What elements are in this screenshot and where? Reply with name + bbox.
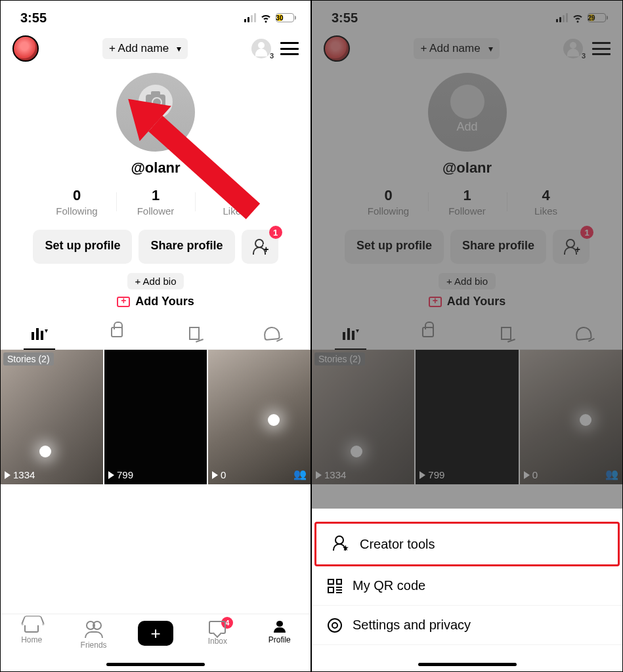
video-thumbnail[interactable]: 0 👥 bbox=[208, 350, 311, 484]
video-thumbnail[interactable]: Stories (2) 1334 bbox=[1, 350, 103, 484]
battery-icon: 30 bbox=[276, 13, 296, 22]
menu-button[interactable] bbox=[280, 42, 299, 55]
tab-private[interactable] bbox=[78, 320, 156, 349]
profile-tabs: ▾ bbox=[1, 320, 311, 350]
play-icon bbox=[5, 471, 11, 479]
person-plus-icon: + bbox=[252, 239, 268, 255]
multi-person-icon: 👥 bbox=[293, 468, 307, 480]
stat-following[interactable]: 0Following bbox=[37, 187, 116, 217]
add-yours-icon bbox=[117, 297, 130, 307]
tab-reposts[interactable] bbox=[156, 320, 233, 349]
status-bar: 3:55 30 bbox=[1, 1, 311, 32]
nav-create[interactable]: + bbox=[136, 621, 175, 646]
nav-profile[interactable]: Profile bbox=[260, 621, 299, 644]
stat-followers[interactable]: 1Follower bbox=[116, 187, 195, 217]
play-icon bbox=[108, 471, 114, 479]
tab-feed[interactable]: ▾ bbox=[1, 320, 78, 349]
video-grid: Stories (2) 1334 799 0 👥 bbox=[1, 350, 311, 484]
camera-icon bbox=[146, 94, 165, 109]
bio-section: + Add bio Add Yours bbox=[1, 273, 311, 308]
caret-down-icon: ▾ bbox=[45, 327, 48, 340]
bottom-nav: Home Friends + 4 Inbox Profile bbox=[1, 614, 311, 671]
wifi-icon bbox=[260, 12, 272, 24]
chevron-down-icon: ▾ bbox=[177, 43, 181, 54]
menu-creator-tools[interactable]: ★ Creator tools bbox=[314, 522, 620, 566]
repost-icon bbox=[189, 327, 200, 340]
nav-home[interactable]: Home bbox=[12, 621, 51, 644]
account-switch-button[interactable]: 3 bbox=[251, 39, 271, 58]
action-row: Set up profile Share profile + 1 bbox=[1, 230, 311, 264]
gear-icon bbox=[328, 618, 342, 633]
add-name-button[interactable]: + Add name ▾ bbox=[102, 38, 188, 59]
home-indicator bbox=[418, 663, 517, 666]
video-thumbnail[interactable]: 799 bbox=[104, 350, 207, 484]
menu-qr-code[interactable]: My QR code bbox=[312, 566, 622, 606]
screen-left: 3:55 30 + Add name ▾ 3 Add bbox=[0, 0, 311, 672]
stories-badge: Stories (2) bbox=[3, 352, 54, 366]
profile-header: + Add name ▾ 3 bbox=[1, 32, 311, 69]
avatar-section: Add @olanr bbox=[1, 69, 311, 177]
add-bio-button[interactable]: + Add bio bbox=[127, 273, 184, 289]
story-avatar-icon[interactable] bbox=[12, 35, 39, 62]
nav-friends[interactable]: Friends bbox=[74, 621, 114, 650]
inbox-icon bbox=[209, 621, 226, 634]
feed-icon bbox=[32, 327, 43, 340]
nav-inbox[interactable]: 4 Inbox bbox=[198, 621, 237, 646]
profile-avatar[interactable]: Add bbox=[116, 73, 195, 152]
play-icon bbox=[212, 471, 218, 479]
create-icon: + bbox=[138, 621, 173, 646]
heart-hidden-icon bbox=[263, 326, 280, 341]
signal-icon bbox=[244, 13, 256, 22]
add-yours-button[interactable]: Add Yours bbox=[117, 295, 194, 308]
profile-icon bbox=[274, 621, 286, 633]
share-profile-button[interactable]: Share profile bbox=[139, 230, 234, 264]
stats-row: 0Following 1Follower 4Likes bbox=[1, 187, 311, 217]
settings-menu: ★ Creator tools My QR code Settings and … bbox=[312, 509, 622, 671]
setup-profile-button[interactable]: Set up profile bbox=[33, 230, 132, 264]
username: @olanr bbox=[131, 159, 180, 177]
lock-icon bbox=[111, 327, 123, 337]
screen-right: 3:55 29 + Add name ▾ 3 Add @olanr bbox=[311, 0, 623, 672]
stat-likes[interactable]: 4Likes bbox=[195, 187, 274, 217]
time: 3:55 bbox=[20, 10, 47, 26]
tab-liked[interactable] bbox=[233, 320, 311, 349]
home-icon bbox=[24, 621, 39, 633]
home-indicator bbox=[106, 663, 205, 666]
qr-code-icon bbox=[328, 579, 342, 593]
creator-tools-icon: ★ bbox=[332, 536, 349, 553]
add-friends-button[interactable]: + 1 bbox=[242, 230, 278, 264]
menu-settings-privacy[interactable]: Settings and privacy bbox=[312, 606, 622, 645]
friends-icon bbox=[85, 621, 103, 638]
